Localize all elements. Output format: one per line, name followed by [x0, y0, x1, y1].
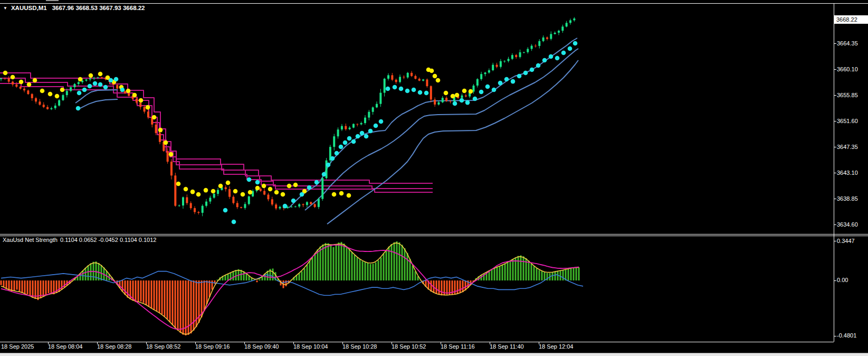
time-tick-label: 18 Sep 2025 — [1, 343, 34, 350]
chart-title: ▼XAUUSD,M13667.96 3668.53 3667.93 3668.2… — [3, 5, 145, 11]
time-tick-label: 18 Sep 08:28 — [97, 343, 131, 350]
time-tick-label: 18 Sep 09:40 — [244, 343, 279, 350]
time-tick-label: 18 Sep 08:52 — [146, 343, 180, 350]
time-tick-label: 18 Sep 08:04 — [48, 343, 82, 350]
price-tick-label: 3651.60 — [837, 118, 858, 124]
buy-signal-dots — [76, 41, 578, 224]
price-tick-label: 3638.85 — [837, 195, 858, 202]
sub-scale-zero-label: 0.00 — [837, 277, 848, 283]
sub-scale-min-label: -0.4801 — [837, 332, 856, 339]
price-tick-label: 3643.10 — [837, 170, 858, 176]
terminal-chart-window: ▼XAUUSD,M13667.96 3668.53 3667.93 3668.2… — [0, 0, 868, 356]
indicator-name: XauUsd Net Strength — [3, 237, 58, 243]
price-tick-label: 3634.60 — [837, 221, 858, 228]
time-tick-label: 18 Sep 11:40 — [490, 343, 524, 350]
main-chart-layer — [0, 17, 578, 224]
symbol-period-label: XAUUSD,M1 — [11, 5, 47, 11]
uptrend-step-lines — [75, 38, 578, 224]
sub-scale-max-label: 0.3447 — [837, 238, 855, 244]
indicator-title: XauUsd Net Strength0.1104 0.0652 -0.0452… — [3, 237, 156, 243]
time-tick-label: 18 Sep 10:28 — [342, 343, 377, 350]
current-price-marker: 3668.22 — [834, 15, 868, 24]
time-tick-label: 18 Sep 12:04 — [539, 343, 573, 350]
oscillator-signal-line — [1, 245, 579, 330]
price-tick-label: 3664.35 — [837, 40, 858, 46]
time-tick-label: 18 Sep 10:52 — [392, 343, 426, 350]
price-tick-label: 3647.35 — [837, 144, 858, 150]
taskbar-edge — [0, 353, 868, 356]
indicator-values: 0.1104 0.0652 -0.0452 0.1104 0.1012 — [60, 237, 156, 243]
oscillator-layer — [1, 241, 584, 335]
ohlc-values: 3667.96 3668.53 3667.93 3668.22 — [52, 5, 145, 11]
price-tick-label: 3660.10 — [837, 66, 858, 72]
chart-canvas[interactable] — [0, 0, 868, 356]
price-tick-label: 3655.85 — [837, 92, 858, 98]
symbol-dropdown-icon[interactable]: ▼ — [3, 6, 7, 11]
time-tick-label: 18 Sep 09:16 — [195, 343, 230, 350]
time-tick-label: 18 Sep 10:04 — [293, 343, 328, 350]
time-tick-label: 18 Sep 11:16 — [441, 343, 475, 350]
